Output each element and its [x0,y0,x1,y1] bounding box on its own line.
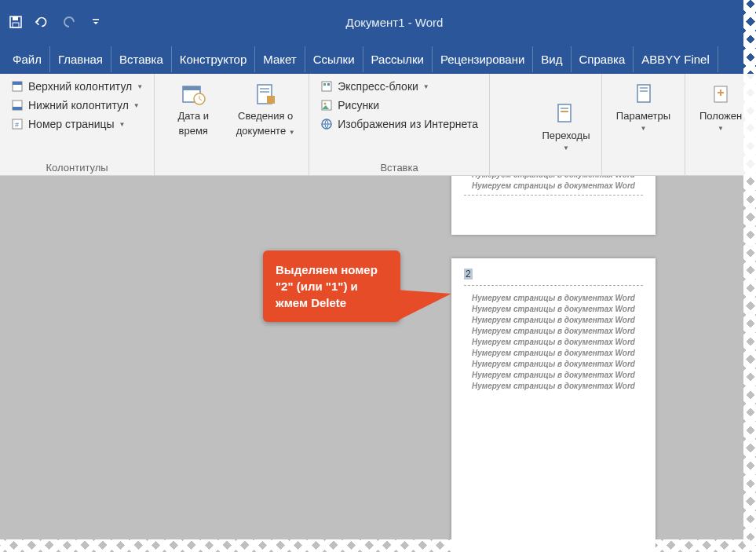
svg-rect-3 [93,19,99,20]
svg-rect-14 [260,88,269,90]
doc-text-line: Нумеруем страницы в документах Word [464,371,643,379]
tab-file[interactable]: Файл [6,46,50,72]
page-number-label: Номер страницы [28,118,115,130]
doc-text-line: Нумеруем страницы в документах Word [464,327,643,335]
svg-rect-28 [640,90,648,92]
tab-view[interactable]: Вид [533,46,571,72]
tab-mailings[interactable]: Рассылки [363,46,433,72]
footer-button[interactable]: Нижний колонтитул ▼ [8,97,146,113]
group-navigation: Переходы ▼ [490,74,602,175]
group-headers-footers: Верхний колонтитул ▼ Нижний колонтитул ▼… [0,74,155,175]
tab-home[interactable]: Главная [50,46,111,72]
undo-icon[interactable] [35,14,50,30]
title-bar: Документ1 - Word [0,0,756,44]
options-button[interactable]: Параметры ▼ [610,79,677,135]
svg-rect-5 [13,82,22,85]
tab-layout[interactable]: Макет [255,46,305,72]
chevron-down-icon: ▼ [119,121,126,128]
page-number-field[interactable]: 2 [464,269,473,280]
document-info-icon [253,82,278,107]
svg-rect-7 [13,107,22,110]
tab-help[interactable]: Справка [572,46,634,72]
tab-references[interactable]: Ссылки [305,46,363,72]
doc-text-line: Нумеруем страницы в документах Word [464,360,643,368]
group-label: Вставка [317,160,481,174]
quick-parts-button[interactable]: Экспресс-блоки ▼ [317,79,481,94]
svg-point-21 [324,103,327,105]
svg-rect-11 [183,86,200,90]
header-button[interactable]: Верхний колонтитул ▼ [8,79,146,94]
tab-design[interactable]: Конструктор [172,46,256,72]
doc-text-line: Нумеруем страницы в документах Word [464,305,643,313]
ribbon-tabs: Файл Главная Вставка Конструктор Макет С… [0,44,756,74]
navigation-icon [553,101,579,126]
svg-rect-15 [260,91,269,93]
svg-rect-19 [327,83,330,86]
tab-insert[interactable]: Вставка [111,46,172,72]
chevron-down-icon: ▼ [641,125,647,132]
footer-label: Нижний колонтитул [28,99,129,111]
page-number-button[interactable]: # Номер страницы ▼ [8,116,146,132]
quick-parts-label: Экспресс-блоки [338,80,418,93]
group-position: Положен ▼ [685,74,756,175]
svg-rect-16 [267,96,275,104]
position-button[interactable]: Положен ▼ [693,79,748,135]
position-icon [708,82,733,107]
footer-boundary [464,195,643,196]
doc-text-line: Нумеруем страницы в документах Word [464,294,643,302]
doc-text-line: Нумеруем страницы в документах Word [464,382,643,390]
date-time-label-2: время [179,125,208,137]
svg-rect-17 [322,82,331,91]
group-datetime-info: Дата и время Сведения о документе ▼ [155,74,309,175]
svg-rect-27 [640,87,648,89]
chevron-down-icon: ▼ [133,102,140,109]
doc-info-label-1: Сведения о [238,110,293,122]
svg-rect-1 [13,16,18,20]
group-label: Колонтитулы [8,160,146,174]
document-page-1[interactable]: Нумеруем страницы в документах Word Нуме… [451,176,656,235]
redo-icon[interactable] [61,14,77,30]
quick-access-toolbar [8,14,104,30]
date-time-button[interactable]: Дата и время [163,79,224,172]
online-pictures-label: Изображения из Интернета [338,118,478,130]
header-label: Верхний колонтитул [28,80,132,93]
svg-rect-25 [561,111,568,112]
date-time-label-1: Дата и [177,110,209,122]
chevron-down-icon: ▼ [718,125,724,132]
navigation-button[interactable]: Переходы ▼ [535,98,597,155]
qat-dropdown-icon[interactable] [88,14,104,30]
group-options: Параметры ▼ [602,74,685,175]
doc-text-line: Нумеруем страницы в документах Word [464,338,643,346]
chevron-down-icon: ▼ [563,144,569,152]
pictures-label: Рисунки [338,99,379,111]
options-icon [631,82,656,107]
svg-rect-24 [561,108,568,109]
tab-abbyy[interactable]: ABBYY Finel [634,46,718,72]
tab-review[interactable]: Рецензировани [433,46,533,72]
calendar-icon [181,82,206,107]
ribbon: Верхний колонтитул ▼ Нижний колонтитул ▼… [0,74,756,176]
svg-text:#: # [15,121,19,129]
doc-text-line: Нумеруем страницы в документах Word [464,316,643,324]
position-label: Положен [699,110,742,122]
header-boundary [464,285,643,286]
online-pictures-button[interactable]: Изображения из Интернета [317,116,481,132]
document-page-2[interactable]: 2 Нумеруем страницы в документах Word Ну… [451,258,656,552]
annotation-callout: Выделяем номер "2" (или "1") и жмем Dele… [263,250,400,322]
svg-rect-23 [558,104,571,122]
doc-text-line: Нумеруем страницы в документах Word [464,349,643,357]
document-info-button[interactable]: Сведения о документе ▼ [230,79,301,172]
doc-text-line: Нумеруем страницы в документах Word [464,181,643,190]
pictures-button[interactable]: Рисунки [317,97,481,113]
doc-text-line: Нумеруем страницы в документах Word [464,176,643,179]
chevron-down-icon: ▼ [423,83,429,90]
svg-rect-18 [323,83,326,86]
svg-rect-2 [13,23,19,27]
document-title: Документ1 - Word [104,16,685,29]
save-icon[interactable] [8,14,24,30]
doc-info-label-2: документе [236,125,286,137]
chevron-down-icon: ▼ [289,129,295,136]
options-label: Параметры [616,110,670,122]
chevron-down-icon: ▼ [137,83,143,90]
document-workspace[interactable]: Нумеруем страницы в документах Word Нуме… [0,176,756,552]
